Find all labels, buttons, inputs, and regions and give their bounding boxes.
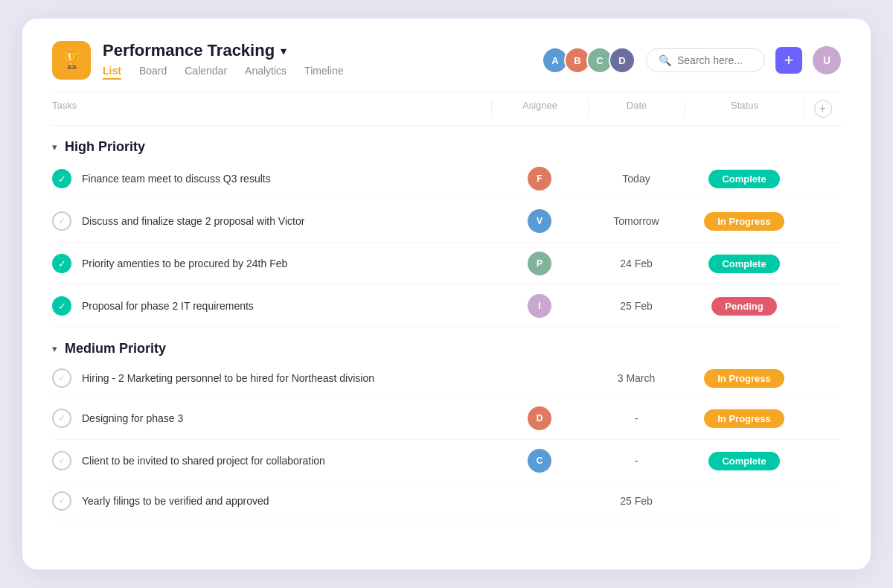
status-cell: Pending — [685, 297, 804, 316]
team-avatars: A B C D — [542, 47, 636, 74]
task-left: ✓ Priority amenties to be procured by 24… — [52, 254, 491, 273]
status-cell: Complete — [685, 255, 804, 273]
search-icon: 🔍 — [659, 54, 671, 66]
status-badge: Pending — [711, 297, 776, 316]
table-header: Tasks Asignee Date Status + — [52, 92, 841, 126]
collapse-icon[interactable]: ▾ — [52, 343, 57, 354]
date-cell: 25 Feb — [588, 495, 685, 507]
task-name: Designing for phase 3 — [82, 412, 183, 424]
task-assignee-avatar: V — [528, 209, 551, 233]
task-row: ✓ Priority amenties to be procured by 24… — [52, 243, 841, 285]
nav-tabs: List Board Calendar Analytics Timeline — [103, 65, 344, 80]
task-groups: ▾ High Priority ✓ Finance team meet to d… — [52, 139, 841, 520]
status-badge: Complete — [708, 452, 779, 470]
date-cell: 25 Feb — [588, 300, 685, 312]
assignee-cell: F — [491, 167, 588, 191]
task-assignee-avatar: I — [528, 294, 551, 318]
task-left: ✓ Finance team meet to discuss Q3 result… — [52, 169, 491, 188]
task-left: ✓ Yearly filings to be verified and appr… — [52, 491, 491, 511]
tab-analytics[interactable]: Analytics — [245, 65, 287, 80]
task-row: ✓ Proposal for phase 2 IT requirements I… — [52, 285, 841, 327]
task-checkbox[interactable]: ✓ — [52, 409, 71, 428]
task-name: Client to be invited to shared project f… — [82, 455, 325, 467]
task-name: Hiring - 2 Marketing personnel to be hir… — [82, 372, 374, 384]
task-row: ✓ Client to be invited to shared project… — [52, 440, 841, 482]
task-row: ✓ Yearly filings to be verified and appr… — [52, 482, 841, 520]
add-button[interactable]: + — [775, 47, 802, 74]
priority-title: High Priority — [65, 139, 145, 155]
task-checkbox[interactable]: ✓ — [52, 211, 71, 231]
tab-calendar[interactable]: Calendar — [185, 65, 227, 80]
task-assignee-avatar: P — [528, 252, 551, 275]
task-name: Priority amenties to be procured by 24th… — [82, 258, 287, 269]
tab-timeline[interactable]: Timeline — [304, 65, 343, 80]
status-cell: In Progress — [685, 212, 804, 231]
col-date: Date — [588, 100, 685, 118]
task-assignee-avatar: D — [528, 406, 551, 430]
date-cell: 3 March — [588, 372, 685, 384]
priority-group-high: ▾ High Priority ✓ Finance team meet to d… — [52, 139, 841, 327]
task-left: ✓ Proposal for phase 2 IT requirements — [52, 296, 491, 316]
tab-board[interactable]: Board — [139, 65, 167, 80]
col-status: Status — [685, 100, 804, 118]
status-badge: Complete — [708, 255, 779, 273]
status-badge: In Progress — [704, 369, 784, 388]
col-assignee: Asignee — [491, 100, 588, 118]
status-cell: In Progress — [685, 409, 804, 428]
tab-list[interactable]: List — [103, 65, 121, 80]
app-container: 🏆 Performance Tracking ▾ List Board Cale… — [22, 19, 871, 569]
task-left: ✓ Hiring - 2 Marketing personnel to be h… — [52, 368, 491, 388]
task-name: Proposal for phase 2 IT requirements — [82, 300, 254, 312]
date-cell: - — [588, 412, 685, 424]
col-add: + — [804, 100, 841, 118]
collapse-icon[interactable]: ▾ — [52, 141, 57, 153]
priority-header-medium: ▾ Medium Priority — [52, 341, 841, 357]
task-assignee-avatar: F — [528, 167, 551, 191]
add-column-button[interactable]: + — [814, 100, 832, 118]
search-box[interactable]: 🔍 — [646, 48, 765, 72]
chevron-down-icon[interactable]: ▾ — [281, 44, 287, 58]
header: 🏆 Performance Tracking ▾ List Board Cale… — [52, 41, 841, 80]
priority-header-high: ▾ High Priority — [52, 139, 841, 155]
priority-title: Medium Priority — [65, 341, 166, 357]
status-cell: Complete — [685, 170, 804, 188]
task-left: ✓ Discuss and finalize stage 2 proposal … — [52, 211, 491, 231]
search-input[interactable] — [677, 54, 752, 66]
title-row: Performance Tracking ▾ — [103, 41, 344, 60]
task-checkbox[interactable]: ✓ — [52, 491, 71, 511]
date-cell: Tomorrow — [588, 215, 685, 227]
user-avatar[interactable]: U — [813, 46, 841, 74]
app-title: Performance Tracking — [103, 41, 275, 60]
status-cell: In Progress — [685, 369, 804, 388]
task-checkbox[interactable]: ✓ — [52, 254, 71, 273]
assignee-cell: C — [491, 449, 588, 473]
task-row: ✓ Designing for phase 3 D - In Progress — [52, 397, 841, 440]
header-right: A B C D 🔍 + U — [542, 46, 841, 74]
status-badge: In Progress — [704, 409, 784, 428]
status-cell: Complete — [685, 452, 804, 470]
task-row: ✓ Hiring - 2 Marketing personnel to be h… — [52, 359, 841, 397]
task-row: ✓ Finance team meet to discuss Q3 result… — [52, 158, 841, 200]
date-cell: - — [588, 455, 685, 467]
task-left: ✓ Designing for phase 3 — [52, 409, 491, 428]
status-badge: In Progress — [704, 212, 784, 231]
assignee-cell: D — [491, 406, 588, 430]
date-cell: 24 Feb — [588, 258, 685, 269]
title-nav: Performance Tracking ▾ List Board Calend… — [103, 41, 344, 80]
date-cell: Today — [588, 173, 685, 185]
assignee-cell: I — [491, 294, 588, 318]
task-assignee-avatar: C — [528, 449, 551, 473]
task-checkbox[interactable]: ✓ — [52, 451, 71, 470]
task-name: Yearly filings to be verified and approv… — [82, 495, 269, 507]
task-name: Discuss and finalize stage 2 proposal wi… — [82, 215, 304, 227]
header-left: 🏆 Performance Tracking ▾ List Board Cale… — [52, 41, 344, 80]
assignee-cell: P — [491, 252, 588, 275]
task-checkbox[interactable]: ✓ — [52, 169, 71, 188]
task-row: ✓ Discuss and finalize stage 2 proposal … — [52, 200, 841, 243]
task-left: ✓ Client to be invited to shared project… — [52, 451, 491, 470]
task-checkbox[interactable]: ✓ — [52, 368, 71, 388]
task-checkbox[interactable]: ✓ — [52, 296, 71, 316]
assignee-cell: V — [491, 209, 588, 233]
status-badge: Complete — [708, 170, 779, 188]
task-name: Finance team meet to discuss Q3 results — [82, 173, 271, 185]
